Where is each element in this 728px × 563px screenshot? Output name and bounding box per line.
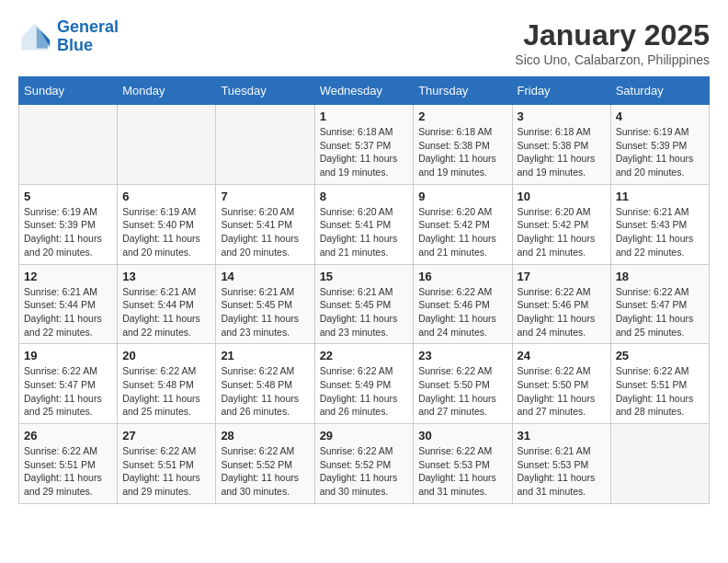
calendar-day-cell: 19Sunrise: 6:22 AMSunset: 5:47 PMDayligh… — [19, 344, 118, 424]
calendar-day-cell: 15Sunrise: 6:21 AMSunset: 5:45 PMDayligh… — [314, 264, 414, 344]
calendar-day-cell: 17Sunrise: 6:22 AMSunset: 5:46 PMDayligh… — [512, 264, 610, 344]
calendar-day-cell: 21Sunrise: 6:22 AMSunset: 5:48 PMDayligh… — [216, 344, 314, 424]
day-number: 20 — [122, 349, 210, 362]
day-info: Sunrise: 6:19 AMSunset: 5:39 PMDaylight:… — [24, 205, 112, 259]
calendar-day-cell: 6Sunrise: 6:19 AMSunset: 5:40 PMDaylight… — [118, 184, 216, 264]
day-number: 10 — [518, 190, 606, 203]
day-number: 3 — [518, 109, 606, 123]
logo-text: General Blue — [57, 18, 119, 55]
day-number: 15 — [320, 270, 409, 283]
day-info: Sunrise: 6:22 AMSunset: 5:53 PMDaylight:… — [418, 444, 506, 499]
day-number: 18 — [616, 270, 704, 283]
day-info: Sunrise: 6:20 AMSunset: 5:42 PMDaylight:… — [518, 205, 606, 259]
calendar-day-cell: 9Sunrise: 6:20 AMSunset: 5:42 PMDaylight… — [414, 184, 512, 264]
calendar-day-cell: 2Sunrise: 6:18 AMSunset: 5:38 PMDaylight… — [414, 105, 512, 185]
day-number: 9 — [418, 190, 506, 203]
day-info: Sunrise: 6:20 AMSunset: 5:41 PMDaylight:… — [320, 205, 409, 259]
calendar-day-cell: 14Sunrise: 6:21 AMSunset: 5:45 PMDayligh… — [216, 264, 314, 344]
day-number: 7 — [221, 190, 309, 203]
header-tuesday: Tuesday — [216, 77, 314, 105]
day-number: 19 — [24, 349, 112, 362]
day-info: Sunrise: 6:22 AMSunset: 5:51 PMDaylight:… — [616, 364, 704, 419]
calendar-day-cell: 5Sunrise: 6:19 AMSunset: 5:39 PMDaylight… — [19, 184, 118, 264]
calendar-day-cell — [610, 424, 709, 504]
day-number: 22 — [320, 349, 409, 362]
calendar-day-cell: 22Sunrise: 6:22 AMSunset: 5:49 PMDayligh… — [314, 344, 414, 424]
logo-line1: General — [57, 17, 119, 36]
day-info: Sunrise: 6:22 AMSunset: 5:47 PMDaylight:… — [616, 285, 704, 339]
header-friday: Friday — [512, 77, 610, 105]
day-number: 23 — [418, 349, 506, 362]
day-number: 1 — [320, 109, 409, 123]
calendar-title: January 2025 — [515, 18, 710, 52]
day-info: Sunrise: 6:22 AMSunset: 5:46 PMDaylight:… — [418, 285, 506, 339]
day-number: 14 — [221, 270, 309, 283]
header-wednesday: Wednesday — [314, 77, 414, 105]
day-info: Sunrise: 6:22 AMSunset: 5:50 PMDaylight:… — [418, 364, 506, 419]
day-number: 8 — [320, 190, 409, 203]
day-info: Sunrise: 6:21 AMSunset: 5:45 PMDaylight:… — [320, 285, 409, 339]
day-info: Sunrise: 6:22 AMSunset: 5:48 PMDaylight:… — [221, 364, 309, 419]
day-number: 28 — [221, 429, 309, 442]
title-block: January 2025 Sico Uno, Calabarzon, Phili… — [515, 18, 710, 67]
day-info: Sunrise: 6:18 AMSunset: 5:38 PMDaylight:… — [518, 125, 606, 179]
calendar-week-row: 12Sunrise: 6:21 AMSunset: 5:44 PMDayligh… — [19, 264, 710, 344]
day-number: 27 — [122, 429, 210, 442]
calendar-day-cell: 8Sunrise: 6:20 AMSunset: 5:41 PMDaylight… — [314, 184, 414, 264]
calendar-table: Sunday Monday Tuesday Wednesday Thursday… — [18, 76, 710, 504]
calendar-week-row: 19Sunrise: 6:22 AMSunset: 5:47 PMDayligh… — [19, 344, 710, 424]
calendar-day-cell: 28Sunrise: 6:22 AMSunset: 5:52 PMDayligh… — [216, 424, 314, 504]
day-number: 25 — [616, 349, 704, 362]
day-number: 12 — [24, 270, 112, 283]
header-thursday: Thursday — [414, 77, 512, 105]
day-number: 11 — [616, 190, 704, 203]
calendar-day-cell: 23Sunrise: 6:22 AMSunset: 5:50 PMDayligh… — [414, 344, 512, 424]
page-header: General Blue January 2025 Sico Uno, Cala… — [18, 18, 710, 67]
day-number: 2 — [418, 109, 506, 123]
logo-icon — [18, 20, 51, 53]
day-number: 30 — [418, 429, 506, 442]
day-number: 31 — [518, 429, 606, 442]
day-info: Sunrise: 6:22 AMSunset: 5:50 PMDaylight:… — [518, 364, 606, 419]
calendar-day-cell: 26Sunrise: 6:22 AMSunset: 5:51 PMDayligh… — [19, 424, 118, 504]
calendar-day-cell: 7Sunrise: 6:20 AMSunset: 5:41 PMDaylight… — [216, 184, 314, 264]
day-info: Sunrise: 6:18 AMSunset: 5:37 PMDaylight:… — [320, 125, 409, 179]
day-number: 16 — [418, 270, 506, 283]
day-number: 29 — [320, 429, 409, 442]
logo: General Blue — [18, 18, 119, 55]
calendar-day-cell: 3Sunrise: 6:18 AMSunset: 5:38 PMDaylight… — [512, 105, 610, 185]
calendar-day-cell: 18Sunrise: 6:22 AMSunset: 5:47 PMDayligh… — [610, 264, 709, 344]
calendar-day-cell: 4Sunrise: 6:19 AMSunset: 5:39 PMDaylight… — [610, 105, 709, 185]
day-info: Sunrise: 6:19 AMSunset: 5:40 PMDaylight:… — [122, 205, 210, 259]
day-number: 26 — [24, 429, 112, 442]
day-info: Sunrise: 6:21 AMSunset: 5:44 PMDaylight:… — [122, 285, 210, 339]
day-info: Sunrise: 6:20 AMSunset: 5:42 PMDaylight:… — [418, 205, 506, 259]
calendar-day-cell: 30Sunrise: 6:22 AMSunset: 5:53 PMDayligh… — [414, 424, 512, 504]
day-number: 5 — [24, 190, 112, 203]
weekday-header-row: Sunday Monday Tuesday Wednesday Thursday… — [19, 77, 710, 105]
day-number: 24 — [518, 349, 606, 362]
day-info: Sunrise: 6:22 AMSunset: 5:51 PMDaylight:… — [122, 444, 210, 499]
day-number: 4 — [616, 109, 704, 123]
calendar-day-cell — [19, 105, 118, 185]
calendar-day-cell: 16Sunrise: 6:22 AMSunset: 5:46 PMDayligh… — [414, 264, 512, 344]
day-info: Sunrise: 6:19 AMSunset: 5:39 PMDaylight:… — [616, 125, 704, 179]
day-info: Sunrise: 6:21 AMSunset: 5:53 PMDaylight:… — [518, 444, 606, 499]
header-saturday: Saturday — [610, 77, 709, 105]
calendar-day-cell — [118, 105, 216, 185]
calendar-day-cell: 12Sunrise: 6:21 AMSunset: 5:44 PMDayligh… — [19, 264, 118, 344]
calendar-week-row: 26Sunrise: 6:22 AMSunset: 5:51 PMDayligh… — [19, 424, 710, 504]
day-info: Sunrise: 6:22 AMSunset: 5:46 PMDaylight:… — [518, 285, 606, 339]
calendar-day-cell: 10Sunrise: 6:20 AMSunset: 5:42 PMDayligh… — [512, 184, 610, 264]
calendar-week-row: 1Sunrise: 6:18 AMSunset: 5:37 PMDaylight… — [19, 105, 710, 185]
day-info: Sunrise: 6:21 AMSunset: 5:45 PMDaylight:… — [221, 285, 309, 339]
calendar-day-cell — [216, 105, 314, 185]
calendar-day-cell: 31Sunrise: 6:21 AMSunset: 5:53 PMDayligh… — [512, 424, 610, 504]
header-sunday: Sunday — [19, 77, 118, 105]
day-info: Sunrise: 6:22 AMSunset: 5:47 PMDaylight:… — [24, 364, 112, 419]
calendar-day-cell: 20Sunrise: 6:22 AMSunset: 5:48 PMDayligh… — [118, 344, 216, 424]
day-info: Sunrise: 6:22 AMSunset: 5:52 PMDaylight:… — [221, 444, 309, 499]
day-info: Sunrise: 6:22 AMSunset: 5:48 PMDaylight:… — [122, 364, 210, 419]
day-number: 21 — [221, 349, 309, 362]
header-monday: Monday — [118, 77, 216, 105]
